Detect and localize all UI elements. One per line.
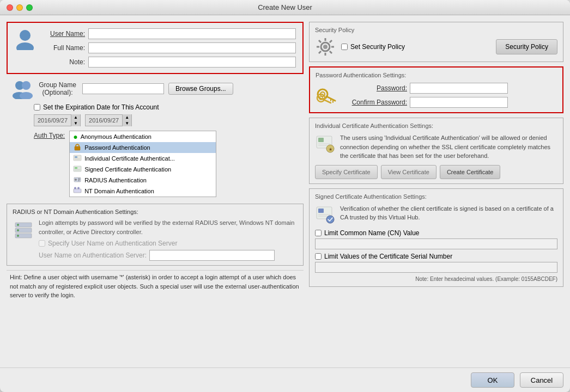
date-down-2[interactable]: ▼ <box>123 120 131 126</box>
specify-username-row: Specify User Name on Authentication Serv… <box>39 240 298 247</box>
window-controls <box>7 4 33 11</box>
svg-point-20 <box>77 187 80 189</box>
date-spinner-1[interactable]: ▲ ▼ <box>71 114 80 126</box>
auth-section: Auth Type: ● Anonymous Authentication <box>7 131 304 197</box>
date-down-1[interactable]: ▼ <box>71 120 80 126</box>
svg-point-3 <box>22 81 31 90</box>
individual-cert-auth-box: Individual Certificate Authentication Se… <box>309 118 563 184</box>
password-fields: Password: Confirm Password: <box>342 83 557 108</box>
security-policy-button[interactable]: Security Policy <box>496 39 557 54</box>
username-label: User Name: <box>41 30 85 38</box>
radius-section-title: RADIUS or NT Domain Authentication Setti… <box>13 209 298 215</box>
hint-text: Hint: Define a user object with username… <box>10 274 299 298</box>
signed-description: Verification of whether the client certi… <box>340 204 557 225</box>
group-input[interactable] <box>82 83 164 94</box>
minimize-button[interactable] <box>16 4 23 11</box>
serial-row: Limit Values of the Certificate Serial N… <box>315 253 557 273</box>
svg-point-1 <box>16 42 34 50</box>
create-certificate-button[interactable]: Create Certificate <box>440 165 501 179</box>
cert-description: The users using 'Individual Certificate … <box>340 133 557 161</box>
username-server-input[interactable] <box>149 250 275 261</box>
group-name-label: Group Name (Optional): <box>37 81 78 97</box>
set-security-policy-row: Set Security Policy <box>341 43 405 51</box>
security-policy-title: Security Policy <box>315 27 557 33</box>
signed-fields: Limit Common Name (CN) Value Limit Value… <box>315 229 557 282</box>
cn-input[interactable] <box>315 238 557 249</box>
radius-section: RADIUS or NT Domain Authentication Setti… <box>7 204 304 266</box>
auth-type-list: ● Anonymous Authentication Password Auth… <box>69 131 216 197</box>
serial-input[interactable] <box>315 262 557 273</box>
auth-item-individual-cert-label: Individual Certificate Authenticat... <box>84 155 175 162</box>
main-content: User Name: Full Name: Note: <box>0 15 570 367</box>
cn-checkbox[interactable] <box>315 230 322 236</box>
svg-point-28 <box>323 45 328 49</box>
auth-item-anonymous[interactable]: ● Anonymous Authentication <box>70 131 216 142</box>
server-icon <box>13 218 34 240</box>
svg-line-36 <box>319 51 321 53</box>
date-box-2: 2016/09/27 ▲ ▼ <box>85 114 132 126</box>
individual-cert-title: Individual Certificate Authentication Se… <box>315 122 557 129</box>
ok-button[interactable]: OK <box>471 372 514 388</box>
password-row: Password: <box>342 83 557 94</box>
date-up-2[interactable]: ▲ <box>123 114 131 120</box>
keys-icon <box>316 84 337 106</box>
close-button[interactable] <box>7 4 13 11</box>
svg-line-44 <box>324 100 331 103</box>
username-input[interactable] <box>88 28 296 39</box>
svg-rect-6 <box>75 146 80 150</box>
fullname-label: Full Name: <box>41 44 85 52</box>
auth-item-password-label: Password Authentication <box>84 144 150 151</box>
auth-item-individual-cert[interactable]: Individual Certificate Authenticat... <box>70 153 216 164</box>
radius-icon <box>73 176 82 185</box>
expiration-checkbox-label: Set the Expiration Date for This Account <box>43 103 159 111</box>
specify-certificate-button[interactable]: Specify Certificate <box>315 165 378 179</box>
fullname-input[interactable] <box>88 42 296 53</box>
auth-item-radius[interactable]: RADIUS Authentication <box>70 175 216 186</box>
browse-groups-button[interactable]: Browse Groups... <box>168 83 233 95</box>
auth-type-label: Auth Type: <box>34 131 65 139</box>
cn-row: Limit Common Name (CN) Value <box>315 229 557 249</box>
password-content: Password: Confirm Password: <box>316 83 557 108</box>
auth-item-signed-cert[interactable]: Signed Certificate Authentication <box>70 164 216 175</box>
user-avatar <box>14 28 36 50</box>
cancel-button[interactable]: Cancel <box>520 372 563 388</box>
expiration-checkbox[interactable] <box>34 104 40 111</box>
svg-point-25 <box>17 229 19 231</box>
expiration-section: Set the Expiration Date for This Account… <box>7 103 304 126</box>
right-panel: Security Policy <box>309 22 563 361</box>
date-up-1[interactable]: ▲ <box>71 114 80 120</box>
svg-point-19 <box>74 187 76 189</box>
svg-line-33 <box>319 40 321 42</box>
date-spinner-2[interactable]: ▲ ▼ <box>122 114 131 126</box>
svg-point-26 <box>17 235 19 237</box>
username-server-row: User Name on Authentication Server: <box>39 250 298 261</box>
signed-cert-icon <box>73 165 82 174</box>
user-fields: User Name: Full Name: Note: <box>41 28 296 68</box>
nt-domain-icon <box>73 187 82 195</box>
maximize-button[interactable] <box>26 4 33 11</box>
auth-item-nt-domain[interactable]: NT Domain Authentication <box>70 186 216 197</box>
note-input[interactable] <box>88 57 296 68</box>
password-input[interactable] <box>410 83 508 94</box>
svg-rect-11 <box>75 167 77 169</box>
specify-username-checkbox[interactable] <box>39 240 45 247</box>
signed-cert-auth-box: Signed Certificate Authentication Settin… <box>309 188 563 287</box>
cert-content: ★ The users using 'Individual Certificat… <box>315 133 557 161</box>
auth-item-password[interactable]: Password Authentication <box>70 142 216 153</box>
view-certificate-button[interactable]: View Certificate <box>381 165 436 179</box>
svg-point-14 <box>75 179 77 181</box>
svg-rect-7 <box>74 155 81 161</box>
svg-point-24 <box>17 224 19 226</box>
svg-rect-8 <box>75 156 77 158</box>
user-info-section: User Name: Full Name: Note: <box>7 22 304 74</box>
confirm-password-input[interactable] <box>410 97 508 108</box>
specify-username-label: Specify User Name on Authentication Serv… <box>48 240 177 247</box>
set-security-policy-checkbox[interactable] <box>341 44 348 50</box>
confirm-password-row: Confirm Password: <box>342 97 557 108</box>
svg-rect-18 <box>74 189 81 193</box>
bottom-row: OK Cancel <box>0 367 570 392</box>
svg-rect-10 <box>74 166 81 171</box>
cert-buttons: Specify Certificate View Certificate Cre… <box>315 165 557 179</box>
auth-item-radius-label: RADIUS Authentication <box>84 177 147 183</box>
serial-checkbox[interactable] <box>315 253 322 260</box>
